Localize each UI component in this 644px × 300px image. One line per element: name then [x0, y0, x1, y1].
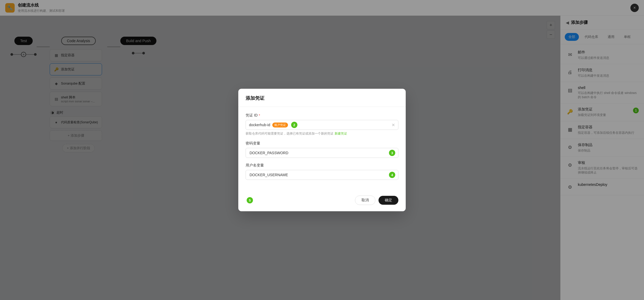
credential-id-value: dockerhub-id [249, 123, 270, 127]
username-var-label: 用户名变量 [246, 163, 398, 168]
credential-id-label: 凭证 ID * [246, 113, 398, 118]
form-hint: 获取仓库代码可能需要凭证，选择已有凭证或添加一个新的凭证 新建凭证 [246, 131, 398, 136]
new-credential-link[interactable]: 新建凭证 [335, 131, 347, 136]
username-badge: 4 [389, 172, 395, 178]
confirm-button[interactable]: 确定 [379, 196, 398, 205]
credential-badge: 2 [291, 122, 297, 128]
username-var-input[interactable] [246, 170, 398, 180]
password-var-input[interactable] [246, 148, 398, 158]
credential-id-group: 凭证 ID * dockerhub-id 账户凭证 2 ✕ 获取仓库代码可能需要… [246, 113, 398, 136]
password-var-group: 密码变量 3 [246, 141, 398, 158]
clear-button[interactable]: ✕ [392, 123, 395, 127]
modal-body: 凭证 ID * dockerhub-id 账户凭证 2 ✕ 获取仓库代码可能需要… [238, 107, 406, 191]
credential-id-input-wrapper: dockerhub-id 账户凭证 2 ✕ [246, 120, 398, 130]
add-credential-modal: 添加凭证 凭证 ID * dockerhub-id 账户凭证 2 ✕ 获取仓库代… [238, 89, 406, 211]
confirm-badge: 5 [247, 197, 253, 203]
password-input-wrapper: 3 [246, 148, 398, 158]
username-input-wrapper: 4 [246, 170, 398, 180]
modal-overlay: 添加凭证 凭证 ID * dockerhub-id 账户凭证 2 ✕ 获取仓库代… [0, 0, 644, 300]
modal-header: 添加凭证 [238, 89, 406, 107]
username-var-group: 用户名变量 4 [246, 163, 398, 180]
password-badge: 3 [389, 150, 395, 156]
password-var-label: 密码变量 [246, 141, 398, 146]
modal-footer: 5 取消 确定 [238, 191, 406, 211]
cancel-button[interactable]: 取消 [355, 196, 375, 205]
required-star: * [259, 113, 260, 118]
credential-tag: 账户凭证 [272, 123, 288, 127]
